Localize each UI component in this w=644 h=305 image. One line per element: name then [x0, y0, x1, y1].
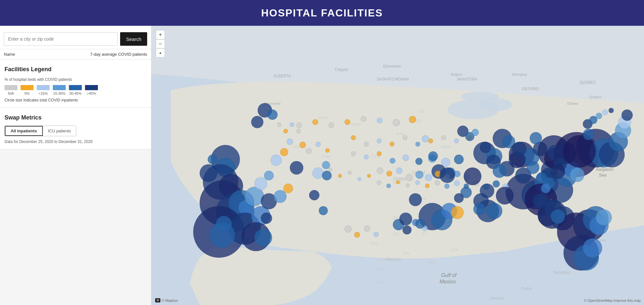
legend-section: Facilities Legend % of hospital beds wit… [0, 60, 151, 108]
zoom-in-button[interactable]: + [156, 30, 165, 39]
svg-text:Mexico: Mexico [386, 257, 401, 262]
svg-text:Bahamas: Bahamas [554, 270, 570, 275]
search-button[interactable]: Search [120, 32, 147, 46]
svg-text:ALBERTA: ALBERTA [274, 74, 291, 78]
swatch-color-0 [21, 85, 33, 90]
svg-text:SASKATCHEWAN: SASKATCHEWAN [377, 77, 409, 81]
search-input[interactable] [4, 32, 118, 46]
legend-swatch-na: N/A [5, 85, 17, 95]
swap-metrics-section: Swap Metrics All inpatients ICU patients… [0, 108, 151, 149]
zoom-out-button[interactable]: − [156, 39, 165, 48]
svg-text:MONT.: MONT. [319, 116, 329, 120]
search-area: Search [0, 26, 151, 49]
svg-text:TEX.: TEX. [393, 232, 400, 236]
legend-swatch-30: 15-30% [53, 85, 66, 95]
svg-text:OKLA.: OKLA. [393, 216, 402, 220]
svg-text:COA.: COA. [451, 248, 459, 252]
svg-text:UTAH: UTAH [322, 155, 330, 158]
sidebar: Search Name 7-day average COVID patients… [0, 26, 151, 305]
svg-text:Sargasso: Sargasso [596, 167, 613, 172]
swatch-label-15: <15% [39, 91, 48, 95]
svg-text:N.M.: N.M. [420, 197, 427, 200]
svg-text:WYO.: WYO. [396, 132, 405, 136]
svg-text:CHIH.: CHIH. [428, 261, 437, 265]
main-container: Search Name 7-day average COVID patients… [0, 26, 644, 305]
map-container[interactable]: Gulf of Mexico Sargasso Sea SASKATCHEWAN… [151, 26, 644, 305]
date-range: Data for December 25, 2020 to December 3… [5, 139, 147, 144]
attribution-text: © OpenStreetMap Improve this map [584, 299, 641, 302]
svg-text:TAM.: TAM. [441, 213, 449, 216]
swap-metrics-title: Swap Metrics [5, 114, 147, 121]
swatch-label-0: 0% [24, 91, 30, 95]
swatch-color-45 [69, 85, 82, 90]
svg-text:Havana: Havana [592, 238, 606, 243]
legend-swatch-max: >45% [85, 85, 98, 95]
icu-patients-button[interactable]: ICU patients [43, 126, 76, 136]
table-header: Name 7-day average COVID patients [0, 49, 151, 60]
page-header: HOSPITAL FACILITIES [0, 0, 644, 26]
svg-text:COLO.: COLO. [370, 155, 380, 158]
svg-text:IDAHO: IDAHO [351, 123, 361, 126]
legend-title: Facilities Legend [5, 66, 147, 73]
mapbox-label: © Mapbox [162, 299, 178, 302]
legend-swatch-45: 30-45% [69, 85, 82, 95]
svg-text:Cuba: Cuba [522, 286, 532, 291]
svg-text:GUAN.: GUAN. [377, 258, 387, 262]
svg-point-3 [460, 92, 499, 101]
swatch-color-na [5, 85, 17, 90]
mapbox-icon: M [155, 298, 160, 302]
svg-text:QUÉBEC: QUÉBEC [580, 80, 596, 85]
all-inpatients-button[interactable]: All inpatients [5, 126, 43, 136]
svg-text:Mexico: Mexico [440, 279, 456, 284]
svg-text:Winnipeg: Winnipeg [512, 72, 527, 76]
svg-text:ONTARIO: ONTARIO [522, 87, 539, 91]
svg-text:S.D.: S.D. [415, 119, 421, 123]
value-column-header: 7-day average COVID patients [90, 52, 147, 57]
svg-text:Quebec: Quebec [589, 95, 602, 99]
page-title: HOSPITAL FACILITIES [261, 7, 383, 19]
map-controls: + − ▲ [156, 30, 165, 57]
reset-bearing-button[interactable]: ▲ [156, 48, 165, 57]
swatch-label-na: N/A [8, 91, 14, 95]
map-svg: Gulf of Mexico Sargasso Sea SASKATCHEWAN… [151, 26, 644, 305]
legend-swatch-0: 0% [21, 85, 33, 95]
swatch-color-max [85, 85, 98, 90]
swatch-label-45: 30-45% [69, 91, 81, 95]
svg-text:Regina: Regina [451, 72, 462, 76]
swatch-color-30 [53, 85, 66, 90]
swatch-label-30: 15-30% [53, 91, 65, 95]
svg-text:N.D.: N.D. [419, 110, 425, 113]
svg-text:KANS.: KANS. [393, 181, 402, 184]
legend-swatch-15: <15% [37, 85, 50, 95]
svg-text:MANITOBA: MANITOBA [457, 77, 477, 81]
mapbox-logo: M © Mapbox [155, 298, 178, 302]
svg-text:Gulf of: Gulf of [441, 272, 457, 278]
legend-subtitle: % of hospital beds with COVID patients [5, 77, 147, 82]
svg-text:S.L.P.: S.L.P. [377, 268, 385, 271]
svg-text:CHIH.: CHIH. [370, 242, 379, 245]
svg-text:Vancouver: Vancouver [264, 101, 281, 105]
svg-text:NEV.: NEV. [293, 145, 300, 149]
svg-text:Calgary: Calgary [335, 67, 348, 72]
map-attribution: © OpenStreetMap Improve this map [584, 299, 641, 302]
svg-text:MICH.: MICH. [377, 281, 386, 284]
legend-note: Circle size indicates total COVID inpati… [5, 98, 147, 102]
svg-text:N.L.: N.L. [422, 232, 428, 236]
svg-text:CHIH.: CHIH. [419, 211, 427, 215]
legend-colors: N/A 0% <15% 15-30% 30-45% [5, 85, 147, 95]
svg-text:SON.: SON. [402, 252, 410, 255]
svg-text:Jamaica: Jamaica [489, 296, 504, 300]
svg-text:United: United [412, 170, 425, 175]
swatch-color-15 [37, 85, 50, 90]
svg-text:NEBR.: NEBR. [441, 145, 451, 149]
swatch-label-max: >45% [87, 91, 96, 95]
toggle-group: All inpatients ICU patients [5, 126, 76, 136]
svg-text:Ottawa: Ottawa [567, 101, 578, 105]
name-column-header: Name [4, 52, 15, 57]
svg-text:Edmonton: Edmonton [383, 64, 401, 69]
svg-text:Sea: Sea [599, 173, 606, 177]
